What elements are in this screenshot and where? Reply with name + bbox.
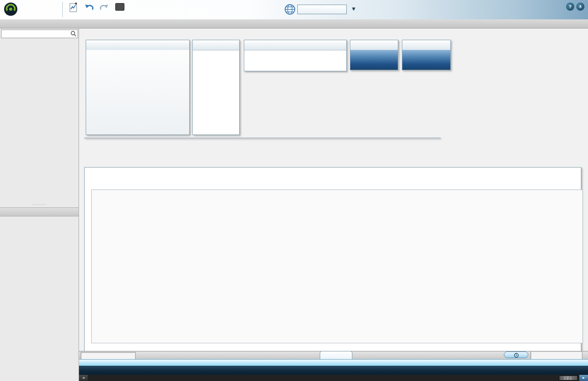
top-bar: ▼ ? ∧ <box>0 0 588 20</box>
radial-gauge <box>86 50 189 134</box>
timeline-scrollbar[interactable]: ◄ ► <box>79 375 588 381</box>
splitter-handle[interactable]: ······· <box>0 202 79 207</box>
scrollbar-thumb[interactable] <box>559 375 578 380</box>
help-button[interactable]: ? <box>566 3 574 11</box>
manufacturer-tile-widget[interactable] <box>402 40 451 70</box>
hbar-gauge <box>244 50 346 71</box>
hbar-gauge-widget[interactable] <box>244 40 347 71</box>
new-display-button[interactable] <box>66 2 81 14</box>
minute-timeline[interactable] <box>79 359 588 366</box>
pi-coresight-window: ▼ ? ∧ ······· <box>0 0 588 381</box>
start-time-field[interactable] <box>81 352 136 360</box>
display-name-field[interactable] <box>297 5 347 14</box>
clock-icon <box>514 353 519 358</box>
undo-icon <box>82 2 96 14</box>
toolbar-divider <box>62 2 63 17</box>
model-tile-value <box>350 50 398 70</box>
search-input[interactable] <box>1 30 78 38</box>
scroll-left-button[interactable]: ◄ <box>79 375 88 381</box>
pi-coresight-logo-icon[interactable] <box>4 2 18 18</box>
chart-plot-area[interactable] <box>91 189 583 343</box>
globe-icon <box>285 4 295 17</box>
duration-tab[interactable] <box>320 351 352 359</box>
display-dropdown-caret-icon[interactable]: ▼ <box>351 6 356 12</box>
cart-header <box>0 207 79 216</box>
end-time-field[interactable] <box>530 351 582 360</box>
trend-chart-widget[interactable] <box>84 167 581 351</box>
collapse-button[interactable]: ∧ <box>576 3 584 11</box>
asset-table <box>84 138 441 139</box>
radial-gauge-widget[interactable] <box>86 40 190 135</box>
messages-badge <box>115 3 124 11</box>
vertical-gauge <box>193 57 239 134</box>
search-icon <box>70 31 76 37</box>
model-tile-widget[interactable] <box>350 40 398 70</box>
vertical-gauge-widget[interactable] <box>192 40 240 135</box>
new-display-icon <box>66 2 81 14</box>
redo-icon <box>97 2 111 14</box>
now-button[interactable] <box>504 351 528 358</box>
redo-button[interactable] <box>97 2 111 14</box>
manufacturer-tile-value <box>402 50 450 70</box>
sidebar: ······· <box>0 29 79 381</box>
range-timeline[interactable] <box>79 366 588 375</box>
undo-button[interactable] <box>82 2 96 14</box>
breadcrumb <box>0 19 588 29</box>
messages-button[interactable] <box>110 2 130 14</box>
scroll-right-button[interactable]: ► <box>579 375 588 381</box>
